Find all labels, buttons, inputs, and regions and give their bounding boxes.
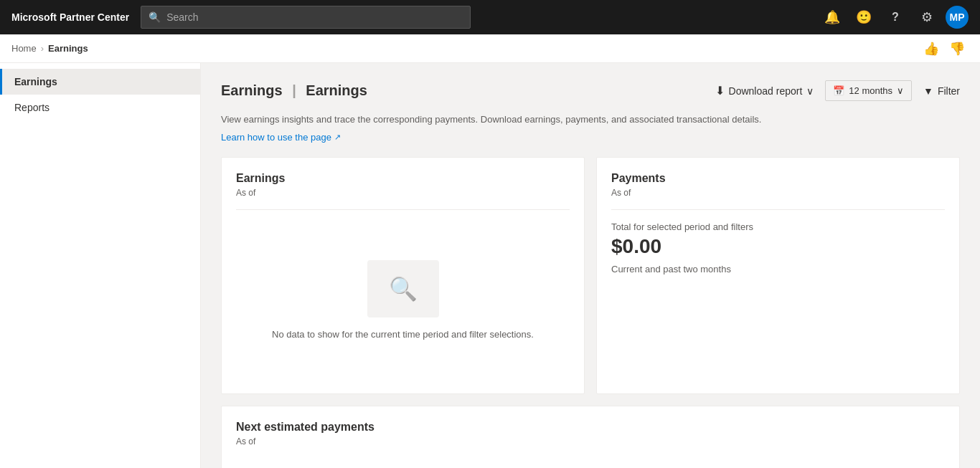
cards-row: Earnings As of No data to show for the c… <box>221 157 960 394</box>
filter-icon: ▼ <box>923 85 933 97</box>
download-chevron-icon: ∨ <box>806 85 814 97</box>
filter-label: Filter <box>938 85 960 97</box>
feedback-icons: 👍 👎 <box>920 37 969 60</box>
filter-button[interactable]: ▼ Filter <box>923 85 960 97</box>
payments-card: Payments As of Total for selected period… <box>596 157 960 394</box>
earnings-divider <box>236 209 570 210</box>
sidebar-item-label: Earnings <box>14 76 57 87</box>
sidebar-item-reports[interactable]: Reports <box>0 95 200 120</box>
page-title-group: Earnings | Earnings <box>221 82 367 99</box>
period-selector-button[interactable]: 📅 12 months ∨ <box>825 80 912 101</box>
feedback-emoji-icon[interactable]: 🙂 <box>851 4 877 30</box>
page-description: View earnings insights and trace the cor… <box>221 113 960 127</box>
page-subtitle-text: Earnings <box>306 82 367 98</box>
search-input[interactable] <box>166 11 463 23</box>
page-title-separator: | <box>292 82 296 98</box>
thumbs-down-icon[interactable]: 👎 <box>946 37 969 60</box>
no-data-text: No data to show for the current time per… <box>272 329 534 340</box>
main-layout: Earnings Reports Earnings | Earnings ⬇ D… <box>0 63 980 468</box>
earnings-card: Earnings As of No data to show for the c… <box>221 157 585 394</box>
earnings-as-of-label: As of <box>236 188 255 198</box>
app-title: Microsoft Partner Center <box>11 11 129 23</box>
breadcrumb: Home › Earnings <box>11 43 88 54</box>
payments-divider <box>611 209 945 210</box>
header-actions: ⬇ Download report ∨ 📅 12 months ∨ ▼ Filt… <box>715 80 960 101</box>
next-payments-as-of: As of <box>236 436 945 446</box>
next-payments-title: Next estimated payments <box>236 421 945 434</box>
help-icon[interactable]: ? <box>882 4 908 30</box>
payments-card-as-of: As of <box>611 188 945 198</box>
nav-icons: 🔔 🙂 ? ⚙ MP <box>819 4 969 30</box>
search-icon: 🔍 <box>149 11 161 23</box>
payments-card-title: Payments <box>611 172 945 185</box>
download-icon: ⬇ <box>715 84 725 97</box>
earnings-card-title: Earnings <box>236 172 570 185</box>
no-data-icon <box>367 260 439 317</box>
avatar[interactable]: MP <box>946 6 969 29</box>
page-header: Earnings | Earnings ⬇ Download report ∨ … <box>221 80 960 101</box>
sidebar: Earnings Reports <box>0 63 201 468</box>
next-payments-card: Next estimated payments As of <box>221 406 960 469</box>
period-chevron-icon: ∨ <box>897 85 904 96</box>
learn-link-text: Learn how to use the page <box>221 132 331 143</box>
sidebar-item-label: Reports <box>14 102 50 113</box>
breadcrumb-home[interactable]: Home <box>11 43 37 54</box>
settings-icon[interactable]: ⚙ <box>914 4 940 30</box>
page-title-text: Earnings <box>221 82 283 98</box>
sidebar-item-earnings[interactable]: Earnings <box>0 69 200 95</box>
next-as-of-label: As of <box>236 436 255 446</box>
payments-as-of-label: As of <box>611 188 631 198</box>
main-content: Earnings | Earnings ⬇ Download report ∨ … <box>201 63 980 468</box>
thumbs-up-icon[interactable]: 👍 <box>920 37 943 60</box>
breadcrumb-current: Earnings <box>48 43 88 54</box>
download-report-label: Download report <box>729 85 803 97</box>
no-data-container: No data to show for the current time per… <box>236 221 570 379</box>
payments-amount: $0.00 <box>611 235 945 258</box>
payments-period-note: Current and past two months <box>611 264 945 274</box>
download-report-button[interactable]: ⬇ Download report ∨ <box>715 84 814 97</box>
learn-link[interactable]: Learn how to use the page ↗ <box>221 132 341 143</box>
breadcrumb-separator: › <box>41 43 44 54</box>
calendar-icon: 📅 <box>833 85 844 96</box>
period-label: 12 months <box>849 85 892 96</box>
notification-bell-icon[interactable]: 🔔 <box>819 4 845 30</box>
payments-total-label: Total for selected period and filters <box>611 221 945 232</box>
breadcrumb-bar: Home › Earnings 👍 👎 <box>0 34 980 63</box>
top-navigation: Microsoft Partner Center 🔍 🔔 🙂 ? ⚙ MP <box>0 0 980 34</box>
page-title: Earnings | Earnings <box>221 82 367 98</box>
earnings-card-as-of: As of <box>236 188 570 198</box>
external-link-icon: ↗ <box>334 133 341 142</box>
search-bar[interactable]: 🔍 <box>141 6 471 29</box>
